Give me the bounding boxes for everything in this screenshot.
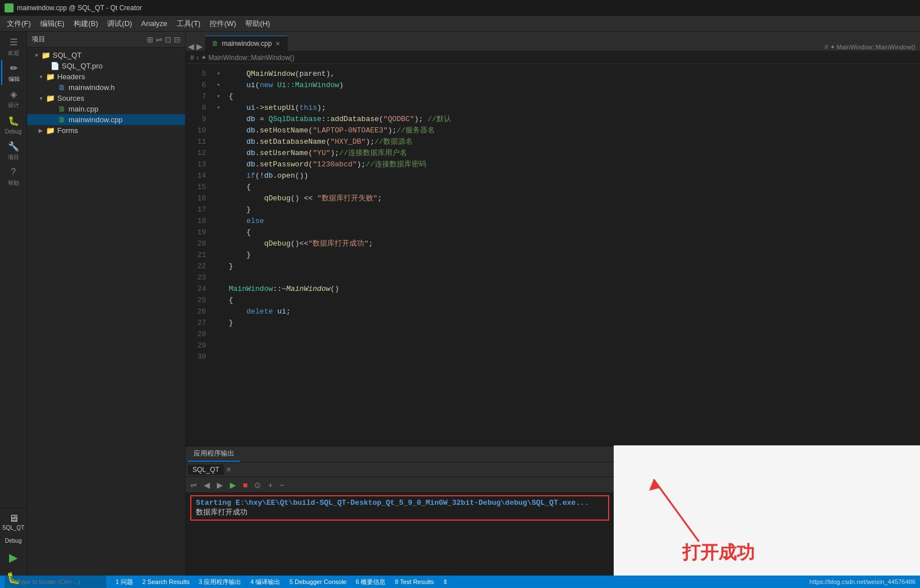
status-test[interactable]: 8 Test Results bbox=[395, 578, 434, 585]
menu-build[interactable]: 构建(B) bbox=[69, 16, 102, 31]
tab-bar: ◀ ▶ 🗎 mainwindow.cpp ✕ # ✦ MainWindow::M… bbox=[186, 32, 920, 51]
tab-mainwindow-cpp[interactable]: 🗎 mainwindow.cpp ✕ bbox=[205, 36, 288, 51]
code-editor[interactable]: 56789 1011121314 1516171819 2021222324 2… bbox=[186, 64, 920, 445]
right-content: ◀ ▶ 🗎 mainwindow.cpp ✕ # ✦ MainWindow::M… bbox=[186, 32, 920, 576]
headers-folder-icon: 📁 bbox=[45, 72, 55, 81]
code-fold-area: ▾ ▾ ▾ ▾ bbox=[213, 64, 224, 445]
breadcrumb-bar: # › ✦ MainWindow::MainWindow() bbox=[186, 51, 920, 64]
tab-label: mainwindow.cpp bbox=[222, 40, 272, 48]
sidebar-label-welcome: 欢迎 bbox=[8, 49, 19, 57]
svg-marker-1 bbox=[649, 479, 661, 491]
menu-controls[interactable]: 控件(W) bbox=[205, 16, 241, 31]
headers-arrow: ▾ bbox=[36, 74, 45, 80]
breadcrumb-function: ✦ MainWindow::MainWindow() bbox=[201, 54, 294, 62]
status-general[interactable]: 6 概要信息 bbox=[356, 578, 386, 586]
output-line2: 数据库打开成功 bbox=[196, 507, 604, 517]
menu-analyze[interactable]: Analyze bbox=[136, 17, 172, 30]
menu-edit[interactable]: 编辑(E) bbox=[36, 16, 69, 31]
tree-item-main-cpp[interactable]: 🗎 main.cpp bbox=[27, 104, 185, 114]
editor-and-bottom: ◀ ▶ 🗎 mainwindow.cpp ✕ # ✦ MainWindow::M… bbox=[186, 32, 920, 576]
status-arrow[interactable]: ⇕ bbox=[443, 578, 448, 586]
toolbar-stop[interactable]: ■ bbox=[241, 479, 250, 491]
sidebar-label-design: 设计 bbox=[8, 101, 19, 109]
main-cpp-icon: 🗎 bbox=[57, 105, 67, 113]
stop-button[interactable]: 🐛 bbox=[6, 571, 20, 585]
sidebar-item-help[interactable]: ? 帮助 bbox=[1, 164, 26, 189]
output-highlight-box: Starting E:\hxy\EE\Qt\build-SQL_QT-Deskt… bbox=[190, 495, 609, 521]
tree-mainwindow-h-label: mainwindow.h bbox=[69, 83, 115, 92]
debug-icon: 🐛 bbox=[7, 115, 20, 127]
tab-file-icon: 🗎 bbox=[212, 40, 219, 48]
tree-item-mainwindow-cpp[interactable]: 🗎 mainwindow.cpp bbox=[27, 114, 185, 125]
content-wrapper: ☰ 欢迎 ✏ 编辑 ◈ 设计 🐛 Debug 🔧 项目 ? 帮助 项目 bbox=[0, 32, 920, 576]
status-debugger[interactable]: 5 Debugger Console bbox=[289, 578, 346, 585]
sidebar-item-project[interactable]: 🔧 项目 bbox=[1, 138, 26, 163]
tree-item-sources[interactable]: ▾ 📁 Sources bbox=[27, 93, 185, 104]
sql-qt-tab[interactable]: SQL_QT bbox=[188, 465, 224, 475]
sidebar-item-welcome[interactable]: ☰ 欢迎 bbox=[1, 34, 26, 59]
edit-icon: ✏ bbox=[8, 62, 20, 74]
menubar: 文件(F) 编辑(E) 构建(B) 调试(D) Analyze 工具(T) 控件… bbox=[0, 16, 920, 32]
tab-nav-back[interactable]: ◀ bbox=[188, 42, 194, 51]
sidebar-label-help: 帮助 bbox=[8, 179, 19, 187]
toolbar-next[interactable]: ▶ bbox=[215, 479, 225, 491]
breadcrumb-hash: # bbox=[190, 54, 194, 62]
sidebar-item-edit[interactable]: ✏ 编辑 bbox=[1, 60, 26, 85]
code-content[interactable]: QMainWindow(parent), ui(new Ui::MainWind… bbox=[224, 64, 920, 445]
toolbar-sync[interactable]: ⇌ bbox=[188, 479, 199, 491]
tree-headers-label: Headers bbox=[57, 72, 85, 81]
toolbar-record[interactable]: ⊙ bbox=[252, 479, 263, 491]
arrow-svg: 打开成功 bbox=[614, 445, 920, 576]
menu-tools[interactable]: 工具(T) bbox=[172, 16, 206, 31]
status-output[interactable]: 3 应用程序输出 bbox=[199, 578, 241, 586]
status-compile[interactable]: 4 编译输出 bbox=[250, 578, 280, 586]
tab-nav-forward[interactable]: ▶ bbox=[196, 42, 203, 51]
tree-item-root[interactable]: ▾ 📁 SQL_QT bbox=[27, 50, 185, 61]
tree-item-pro[interactable]: 📄 SQL_QT.pro bbox=[27, 61, 185, 71]
toolbar-add[interactable]: + bbox=[266, 479, 275, 491]
status-search-results[interactable]: 2 Search Results bbox=[142, 578, 190, 585]
toolbar-run[interactable]: ▶ bbox=[228, 479, 238, 491]
toolbar-prev[interactable]: ◀ bbox=[202, 479, 212, 491]
tree-item-forms[interactable]: ▶ 📁 Forms bbox=[27, 125, 185, 136]
statusbar: 🔍 1 问题 2 Search Results 3 应用程序输出 4 编译输出 … bbox=[0, 576, 920, 588]
menu-file[interactable]: 文件(F) bbox=[2, 16, 36, 31]
breadcrumb-separator: › bbox=[196, 54, 199, 62]
menu-help[interactable]: 帮助(H) bbox=[241, 16, 275, 31]
welcome-icon: ☰ bbox=[7, 36, 20, 48]
tab-close-btn[interactable]: ✕ bbox=[275, 40, 280, 48]
filter-icon[interactable]: ⊞ bbox=[147, 35, 153, 44]
sidebar-label-edit: 编辑 bbox=[8, 75, 20, 83]
device-icon: 🖥 bbox=[2, 513, 24, 525]
svg-line-0 bbox=[654, 479, 699, 542]
app-icon bbox=[5, 3, 14, 12]
left-panels: 项目 ⊞ ⇌ ⊡ ⊟ ▾ 📁 SQL_QT bbox=[27, 32, 186, 576]
menu-debug[interactable]: 调试(D) bbox=[102, 16, 136, 31]
sidebar-item-design[interactable]: ◈ 设计 bbox=[1, 86, 26, 111]
file-panel-header-icons: ⊞ ⇌ ⊡ ⊟ bbox=[147, 35, 181, 44]
toolbar-remove[interactable]: − bbox=[277, 479, 286, 491]
tree-sources-label: Sources bbox=[57, 94, 84, 102]
locate-input[interactable] bbox=[17, 578, 102, 585]
sidebar-item-debug[interactable]: 🐛 Debug bbox=[1, 112, 26, 137]
forms-folder-icon: 📁 bbox=[45, 126, 55, 135]
expand-icon[interactable]: ⊡ bbox=[165, 35, 172, 44]
h-file-icon: 🗎 bbox=[57, 83, 67, 92]
mainwindow-cpp-icon: 🗎 bbox=[57, 115, 67, 124]
pro-file-icon: 📄 bbox=[50, 62, 60, 70]
output-tab[interactable]: 应用程序输出 bbox=[188, 447, 240, 462]
tree-item-headers[interactable]: ▾ 📁 Headers bbox=[27, 71, 185, 82]
status-problems[interactable]: 1 问题 bbox=[115, 578, 133, 586]
help-icon: ? bbox=[7, 166, 20, 178]
tree-item-mainwindow-h[interactable]: 🗎 mainwindow.h bbox=[27, 82, 185, 93]
output-path-text: Starting E:\hxy\EE\Qt\build-SQL_QT-Deskt… bbox=[196, 499, 589, 507]
title-text: mainwindow.cpp @ SQL_QT - Qt Creator bbox=[17, 4, 142, 12]
bottom-output-panel: 应用程序输出 SQL_QT ✕ ⇌ ◀ ▶ ▶ ■ ⊙ bbox=[186, 445, 614, 576]
sync-icon[interactable]: ⇌ bbox=[156, 35, 162, 44]
output-close-btn[interactable]: ✕ bbox=[226, 466, 232, 474]
run-button[interactable]: ▶ bbox=[9, 551, 18, 564]
status-url: https://blog.csdn.net/weixin_44576486 bbox=[810, 578, 915, 585]
debug-mode-label: Debug bbox=[5, 538, 22, 544]
collapse-icon[interactable]: ⊟ bbox=[174, 35, 181, 44]
bottom-panel-header: 应用程序输出 bbox=[186, 447, 614, 462]
